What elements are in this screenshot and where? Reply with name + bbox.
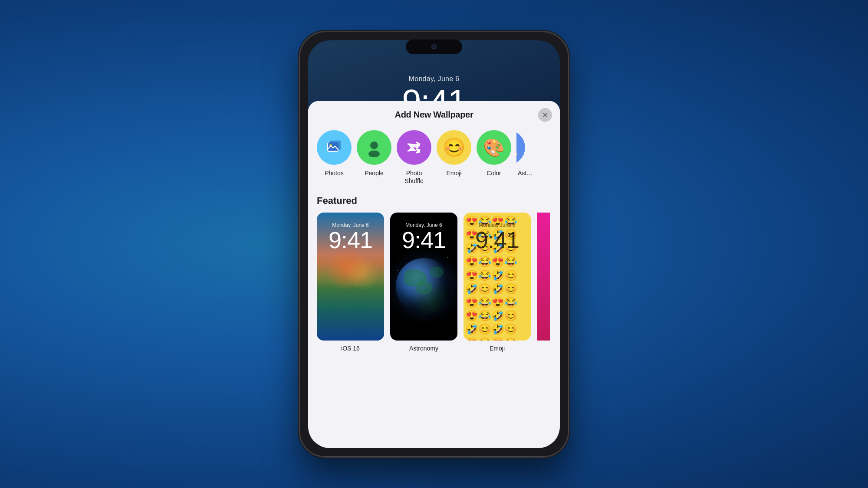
emoji-preview: 😍😂😍😂😍😂 🤣😊🤣😊🤣😊 😍😂😍😂😍😂 🤣😊🤣😊🤣😊 😍😂😍😂😍😂 🤣😊🤣😊🤣… (464, 213, 531, 341)
sheet-title: Add New Wallpaper (395, 110, 473, 120)
phone-screen: Monday, June 6 9:41 Add New Wallpaper (308, 40, 560, 448)
wallpaper-type-emoji[interactable]: 😊 Emoji (437, 130, 471, 185)
wallpaper-type-photo-shuffle[interactable]: Photo Shuffle (397, 130, 431, 185)
featured-card-emoji[interactable]: 😍😂😍😂😍😂 🤣😊🤣😊🤣😊 😍😂😍😂😍😂 🤣😊🤣😊🤣😊 😍😂😍😂😍😂 🤣😊🤣😊🤣… (464, 213, 531, 352)
featured-card-ios16[interactable]: Monday, June 6 9:41 iOS 16 (317, 213, 384, 352)
ios16-preview: Monday, June 6 9:41 (317, 213, 384, 341)
astronomy-label: Ast… (518, 169, 533, 177)
astronomy-label-card: Astronomy (409, 345, 438, 352)
emoji-label-card: Emoji (490, 345, 505, 352)
astronomy-preview: Monday, June 6 9:41 (390, 213, 457, 341)
featured-title: Featured (317, 195, 551, 206)
wallpaper-type-people[interactable]: People (357, 130, 391, 185)
wallpaper-type-list: Photos People (308, 127, 560, 195)
photos-icon (325, 138, 344, 157)
lock-date: Monday, June 6 (409, 75, 460, 83)
photo-shuffle-icon (404, 138, 424, 157)
photos-label: Photos (325, 169, 344, 177)
featured-section: Featured Monday, June 6 9:41 iOS 16 (308, 195, 560, 448)
camera-dot (431, 44, 437, 49)
wallpaper-type-photos[interactable]: Photos (317, 130, 352, 185)
ios16-label: iOS 16 (341, 345, 360, 352)
color-label: Color (487, 169, 501, 177)
people-label: People (365, 169, 384, 177)
side-button (569, 118, 570, 149)
color-icon-bg: 🎨 (477, 130, 511, 165)
featured-card-astronomy[interactable]: Monday, June 6 9:41 (390, 213, 457, 352)
add-wallpaper-sheet: Add New Wallpaper Photos (308, 101, 560, 448)
astronomy-icon-bg: 🔔 (516, 130, 525, 165)
sheet-header: Add New Wallpaper (308, 101, 560, 127)
svg-point-4 (370, 141, 378, 149)
people-icon (365, 138, 384, 157)
photos-icon-bg (317, 130, 352, 165)
emoji-label: Emoji (446, 169, 461, 177)
photo-shuffle-icon-bg (397, 130, 431, 165)
wallpaper-type-astronomy[interactable]: 🔔 Ast… (516, 130, 534, 185)
featured-card-partial[interactable] (537, 213, 550, 352)
photo-shuffle-label: Photo Shuffle (404, 169, 423, 185)
astronomy-time: 9:41 (390, 228, 457, 252)
close-button[interactable] (538, 108, 552, 122)
wallpaper-type-color[interactable]: 🎨 Color (477, 130, 511, 185)
emoji-icon-bg: 😊 (437, 130, 471, 165)
phone-frame: Monday, June 6 9:41 Add New Wallpaper (299, 32, 569, 457)
featured-cards-grid: Monday, June 6 9:41 iOS 16 Monday, June (317, 213, 551, 352)
svg-point-5 (368, 151, 380, 157)
partial-preview (537, 213, 550, 341)
people-icon-bg (357, 130, 391, 165)
camera-bar (406, 39, 462, 54)
